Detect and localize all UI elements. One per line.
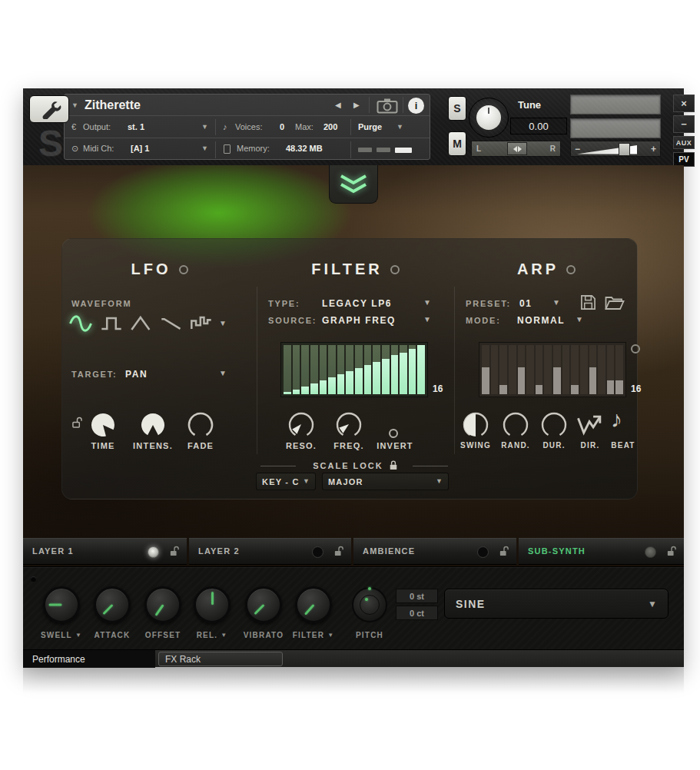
offset-label: OFFSET	[145, 631, 181, 639]
scale-select[interactable]: MAJOR ▼	[322, 473, 449, 490]
release-caret-icon[interactable]: ▼	[221, 632, 227, 639]
midi-caret-icon[interactable]: ▼	[201, 145, 208, 152]
save-preset-icon[interactable]	[580, 294, 596, 310]
layer-tab-layer2[interactable]: LAYER 2	[189, 538, 351, 565]
swell-caret-icon[interactable]: ▼	[75, 632, 82, 639]
filter-type-value[interactable]: LEGACY LP6	[322, 298, 392, 309]
minimize-icon: −	[681, 118, 687, 130]
volume-handle[interactable]	[619, 143, 630, 156]
filter-step-graph[interactable]	[280, 342, 428, 397]
arp-direction-icon[interactable]	[576, 413, 603, 437]
arp-duration-knob[interactable]	[539, 410, 569, 440]
purge-caret-icon[interactable]: ▼	[396, 124, 403, 131]
vibrato-knob[interactable]	[245, 586, 282, 623]
filter-frequency-knob[interactable]	[333, 410, 364, 440]
target-caret-icon[interactable]: ▼	[219, 370, 227, 377]
mute-button[interactable]: M	[448, 131, 466, 156]
fx-rack-tab-label: FX Rack	[165, 654, 201, 665]
arp-graph-option-toggle[interactable]	[631, 344, 640, 353]
aux-button[interactable]: AUX	[673, 136, 695, 149]
random-wave-icon[interactable]	[190, 313, 213, 334]
arp-mode-value[interactable]: NORMAL	[517, 315, 565, 326]
lfo-time-knob[interactable]	[88, 410, 118, 440]
arp-preset-value[interactable]: 01	[519, 298, 532, 309]
layer-tab-ambience[interactable]: AMBIENCE	[353, 538, 516, 565]
swell-knob[interactable]	[43, 586, 80, 623]
subsynth-led[interactable]	[645, 546, 656, 558]
close-button[interactable]: ×	[673, 95, 695, 112]
wrench-tools-button[interactable]	[29, 95, 69, 123]
release-knob[interactable]	[194, 586, 231, 623]
layer2-lock-icon[interactable]	[334, 546, 343, 557]
pitch-knob[interactable]	[352, 587, 387, 622]
pitch-semitone-value[interactable]: 0 st	[396, 589, 438, 603]
waveform-caret-icon[interactable]: ▼	[219, 320, 227, 327]
lfo-fade-knob[interactable]	[185, 410, 216, 440]
output-value[interactable]: st. 1	[128, 122, 144, 131]
layer2-led[interactable]	[312, 546, 323, 558]
load-preset-folder-icon[interactable]	[605, 295, 625, 310]
ambience-lock-icon[interactable]	[499, 546, 509, 557]
filter-source-value[interactable]: GRAPH FREQ	[322, 315, 396, 326]
tab-fx-rack[interactable]: FX Rack	[158, 652, 283, 666]
ambience-led[interactable]	[477, 546, 489, 558]
title-caret-icon[interactable]: ▼	[71, 102, 78, 109]
subsynth-lock-icon[interactable]	[667, 546, 676, 557]
arp-swing-knob[interactable]	[460, 410, 491, 440]
layer-tab-subsynth[interactable]: SUB-SYNTH	[519, 538, 684, 565]
saw-wave-icon[interactable]	[160, 313, 183, 334]
layer-tab-layer1[interactable]: LAYER 1	[23, 538, 187, 565]
arp-swing-label: SWING	[453, 441, 499, 450]
arp-mode-caret-icon[interactable]: ▼	[576, 316, 583, 324]
key-select[interactable]: KEY - C ▼	[256, 473, 316, 490]
tune-knob[interactable]	[469, 98, 509, 138]
filter-power-toggle[interactable]	[390, 265, 400, 274]
prev-instrument-icon[interactable]: ◀	[335, 101, 341, 109]
filter-resonance-knob[interactable]	[286, 410, 317, 440]
max-value[interactable]: 200	[323, 122, 337, 131]
square-wave-icon[interactable]	[100, 313, 123, 334]
tune-value[interactable]: 0.00	[510, 118, 567, 134]
wrench-icon	[36, 99, 62, 119]
arp-power-toggle[interactable]	[566, 265, 576, 274]
info-button[interactable]: i	[408, 98, 424, 114]
pitch-label-row: PITCH	[343, 631, 396, 639]
lfo-unlock-icon[interactable]	[72, 417, 82, 429]
collapse-panel-button[interactable]	[329, 165, 378, 204]
sine-wave-icon[interactable]	[68, 313, 93, 334]
tab-performance[interactable]: Performance	[23, 650, 155, 668]
pitch-cent-value[interactable]: 0 ct	[396, 606, 438, 620]
midi-value[interactable]: [A] 1	[131, 144, 149, 153]
arp-beat-note-icon[interactable]: ♪	[611, 407, 622, 433]
ambience-label: AMBIENCE	[363, 546, 415, 556]
next-instrument-icon[interactable]: ▶	[353, 101, 360, 109]
attack-knob[interactable]	[94, 586, 131, 623]
lfo-filter-arp-panel: LFO WAVEFORM	[61, 238, 638, 500]
volume-slider[interactable]: − +	[570, 141, 661, 157]
arp-preset-caret-icon[interactable]: ▼	[552, 299, 560, 307]
filter-type-caret-icon[interactable]: ▼	[423, 299, 431, 307]
filter-amount-knob[interactable]	[295, 586, 332, 623]
layer1-led[interactable]	[148, 546, 159, 558]
purge-label[interactable]: Purge	[358, 122, 382, 131]
subsynth-wave-select[interactable]: SINE ▼	[444, 589, 668, 619]
arp-random-knob[interactable]	[500, 410, 531, 440]
pan-handle[interactable]	[507, 142, 527, 155]
output-caret-icon[interactable]: ▼	[201, 124, 208, 131]
minimize-button[interactable]: −	[673, 115, 695, 133]
target-value[interactable]: PAN	[125, 369, 148, 380]
snapshot-camera-icon[interactable]	[377, 98, 398, 114]
lfo-intensity-knob[interactable]	[138, 410, 168, 440]
arp-steps-count: 16	[631, 383, 641, 394]
layer1-lock-icon[interactable]	[170, 546, 179, 557]
arp-pattern-graph[interactable]	[479, 342, 626, 397]
lfo-power-toggle[interactable]	[179, 265, 188, 274]
filter-caret-icon[interactable]: ▼	[327, 632, 334, 639]
filter-source-caret-icon[interactable]: ▼	[423, 316, 431, 324]
filter-invert-toggle[interactable]	[389, 429, 398, 438]
solo-button[interactable]: S	[448, 96, 466, 121]
pan-slider[interactable]: L R	[471, 141, 561, 157]
scale-lock-icon[interactable]	[389, 460, 398, 471]
offset-knob[interactable]	[144, 586, 181, 623]
triangle-wave-icon[interactable]	[130, 313, 153, 334]
